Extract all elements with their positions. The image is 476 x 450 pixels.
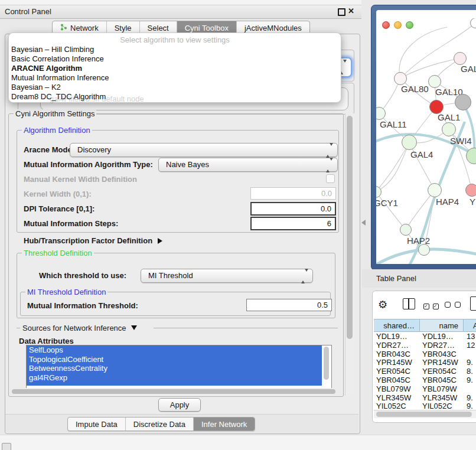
split-view-icon[interactable] <box>403 298 415 309</box>
table-horizontal-scrollbar-thumb[interactable] <box>376 412 472 417</box>
mi-algorithm-type-label: Mutual Information Algorithm Type: <box>24 160 153 169</box>
table-cell: YDR27… <box>422 341 455 350</box>
node-big-green[interactable] <box>466 148 476 164</box>
table-cell: YPR145W <box>376 358 412 367</box>
mi-threshold-field[interactable]: 0.5 <box>246 299 332 311</box>
table-row[interactable]: YBR045CYBR045C9. <box>374 376 476 385</box>
node-salmon[interactable] <box>465 184 476 197</box>
mi-threshold-definition-title: MI Threshold Definition <box>25 288 107 296</box>
node-salmon-label: Y <box>470 197 475 207</box>
attr-item[interactable]: BetweennessCentrality <box>27 364 322 373</box>
popup-placeholder: Select algorithm to view settings <box>9 35 341 45</box>
popup-item[interactable]: Basic Correlation Inference <box>9 54 341 64</box>
which-threshold-combobox[interactable]: MI Threshold <box>141 269 313 283</box>
node-gcy1[interactable] <box>376 186 382 198</box>
kernel-width-value: 0.0 <box>321 189 332 198</box>
column-header-third[interactable]: A <box>464 319 476 332</box>
table-cell: 9. <box>467 394 473 403</box>
table-row[interactable]: YBR043CYBR043C <box>374 350 476 359</box>
attr-item-partial[interactable] <box>27 382 322 386</box>
hub-definition-toggle[interactable]: Hub/Transcription Factor Definition <box>24 236 162 245</box>
table-cell: YBR043C <box>422 350 457 359</box>
table-cell: YLR345W <box>376 394 411 403</box>
mi-steps-field[interactable]: 6 <box>250 217 336 230</box>
dpi-tolerance-field[interactable]: 0.0 <box>250 202 336 216</box>
tab-style-label: Style <box>115 24 132 32</box>
node-gal11[interactable] <box>376 107 386 120</box>
node-swi4[interactable] <box>442 122 456 136</box>
manual-kernel-width-checkbox[interactable] <box>326 174 335 183</box>
popup-item[interactable]: Mutual Information Inference <box>9 73 341 83</box>
combo-stepper-icon <box>326 146 333 155</box>
gear-icon[interactable]: ⚙ <box>378 298 387 311</box>
which-threshold-label: Which threshold to use: <box>39 271 126 280</box>
algorithm-definition-title: Algorithm Definition <box>22 126 92 135</box>
window-corner-icon[interactable] <box>2 443 11 450</box>
settings-horizontal-scrollbar[interactable] <box>9 388 341 395</box>
popup-item[interactable]: Bayesian – K2 <box>9 83 341 92</box>
sources-border-left <box>17 328 20 328</box>
attr-item[interactable]: SelfLoops <box>27 345 322 355</box>
mi-algorithm-type-combobox[interactable]: Naive Bayes <box>158 158 338 172</box>
node-swi4-label: SWI4 <box>450 136 472 146</box>
panel-splitter-icon[interactable] <box>361 220 366 226</box>
table-row[interactable]: YLR345WYLR345W9. <box>374 394 476 403</box>
sources-header[interactable]: Sources for Network Inference <box>17 324 338 332</box>
settings-horizontal-scrollbar-thumb[interactable] <box>12 389 335 394</box>
settings-vertical-scrollbar-thumb[interactable] <box>347 116 353 339</box>
node-hap4[interactable] <box>428 183 442 197</box>
list-vertical-scrollbar-thumb[interactable] <box>324 347 329 380</box>
tab-impute-data[interactable]: Impute Data <box>68 418 126 431</box>
combo-stepper-icon <box>301 272 308 281</box>
aracne-mode-combobox[interactable]: Discovery <box>70 143 338 157</box>
apply-button[interactable]: Apply <box>158 398 201 412</box>
screen: Control Panel ✕ Network Style Select Cyn… <box>0 0 476 450</box>
tab-discretize-data[interactable]: Discretize Data <box>126 418 194 431</box>
page-icon[interactable] <box>470 296 476 311</box>
table-cell: YDR27… <box>376 341 409 350</box>
manual-kernel-width-label: Manual Kernel Width Definition <box>24 175 137 184</box>
hub-definition-label: Hub/Transcription Factor Definition <box>24 236 152 245</box>
node-gal4[interactable] <box>402 135 417 150</box>
popup-item[interactable]: Bayesian – Hill Climbing <box>9 45 341 54</box>
float-window-icon[interactable] <box>338 8 345 16</box>
table-row[interactable]: YBL079WYBL079W <box>374 385 476 394</box>
tab-jactivemnodules-label: jActiveMNodules <box>244 24 302 32</box>
node-gal10[interactable] <box>428 75 441 88</box>
popup-item[interactable]: ARACNE Algorithm <box>9 64 341 73</box>
node-gray[interactable] <box>455 94 471 110</box>
unchecked-boxes-icon[interactable] <box>445 301 461 309</box>
close-icon[interactable]: ✕ <box>348 6 354 15</box>
control-panel-titlebar: Control Panel ✕ <box>0 5 361 19</box>
column-header-shared[interactable]: shared… <box>374 319 420 332</box>
kernel-width-field[interactable]: 0.0 <box>250 187 336 200</box>
table-horizontal-scrollbar[interactable] <box>374 410 476 418</box>
network-combobox-value: gal4Filtered.sif default node <box>50 94 144 103</box>
table-row[interactable]: YER054CYER054C8. <box>374 367 476 376</box>
attr-item[interactable]: TopologicalCoefficient <box>27 355 322 364</box>
network-canvas[interactable]: GAL7GAL80GAL10GAL1GAL11SWI4GAL4GCY1HAP4Y… <box>376 18 476 264</box>
node-hap2[interactable] <box>400 224 412 236</box>
column-header-name[interactable]: name <box>420 319 464 332</box>
table-row[interactable]: YDR27…YDR27…12 <box>374 341 476 350</box>
node-partial-top[interactable] <box>470 18 476 28</box>
table-cell: YBL079W <box>422 385 457 394</box>
table-cell: YBR043C <box>376 350 410 359</box>
mi-algorithm-type-value: Naive Bayes <box>166 160 209 169</box>
settings-vertical-scrollbar[interactable] <box>345 113 354 396</box>
tab-infer-network-label: Infer Network <box>201 420 247 429</box>
table-row[interactable]: YDL19…YDL19…13 <box>374 332 476 341</box>
mi-threshold-value: 0.5 <box>317 301 328 309</box>
algorithm-dropdown-popup: Select algorithm to view settings Bayesi… <box>8 32 341 103</box>
tab-infer-network[interactable]: Infer Network <box>194 418 255 431</box>
data-attributes-listbox[interactable]: SelfLoopsTopologicalCoefficientBetweenne… <box>26 345 332 389</box>
expand-right-icon <box>158 238 162 244</box>
node-gal80[interactable] <box>394 72 407 85</box>
table-row[interactable]: YPR145WYPR145W9. <box>374 358 476 367</box>
checked-boxes-icon[interactable]: ✓ ✓ <box>423 301 439 309</box>
attr-item[interactable]: gal4RGexp <box>27 373 322 383</box>
node-partial-bottom[interactable] <box>418 244 430 256</box>
table-panel-titlebar: Table Panel <box>362 269 476 288</box>
table-cell: YBR045C <box>376 376 410 385</box>
node-gal7[interactable] <box>454 52 467 65</box>
